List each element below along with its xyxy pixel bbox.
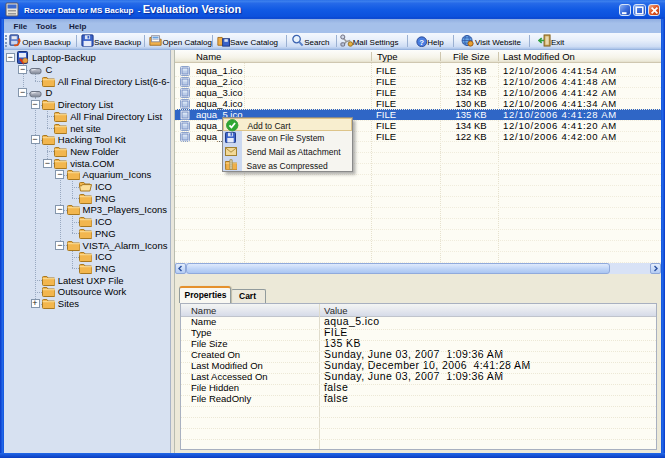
svg-text:?: ? (419, 37, 424, 46)
